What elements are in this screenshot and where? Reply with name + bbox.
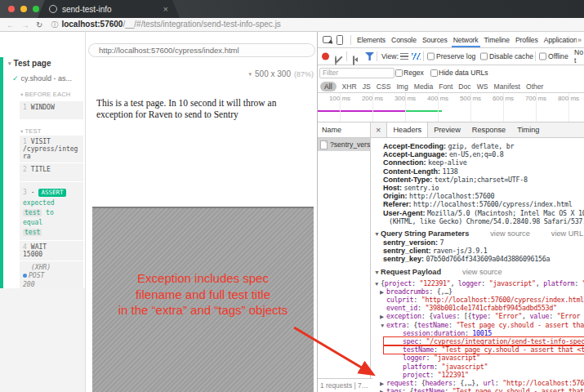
page-info-icon[interactable]: ⓘ: [51, 20, 58, 29]
overview-toggle-icon[interactable]: [412, 53, 421, 60]
record-icon[interactable]: [322, 53, 329, 60]
command-title[interactable]: 2TITLE: [20, 163, 83, 181]
inspect-element-icon[interactable]: [323, 36, 332, 43]
tree-caret-icon[interactable]: ▶: [380, 380, 386, 387]
payload-line: session:duration: 10015: [396, 329, 584, 337]
request-header-line: Content-Length: 1138: [374, 167, 584, 176]
payload-line[interactable]: ▼{project: "122391", logger: "javascript…: [374, 279, 584, 287]
close-window-button[interactable]: [8, 6, 15, 12]
query-string-section-header[interactable]: ▼Query String Parametersview sourceview …: [374, 229, 584, 238]
payload-line[interactable]: ▶breadcrumbs: {,…}: [380, 287, 584, 296]
reload-icon[interactable]: ↻: [36, 20, 42, 29]
type-filter-other[interactable]: Other: [526, 82, 544, 91]
chevron-down-icon[interactable]: ▾: [249, 71, 252, 77]
filter-input[interactable]: [319, 68, 395, 78]
type-filter-xhr[interactable]: XHR: [342, 82, 357, 91]
type-filter-font[interactable]: Font: [439, 82, 452, 91]
type-filter-img[interactable]: Img: [396, 82, 408, 91]
test-body-section[interactable]: ▾TEST: [20, 127, 85, 135]
command-arg: 15000: [23, 251, 82, 258]
view-url-encoded-link[interactable]: view URL encoded: [551, 229, 584, 238]
view-source-link[interactable]: view source: [462, 268, 502, 276]
command-number: 1: [23, 104, 27, 111]
assertion-text: expected test to equal test: [23, 198, 82, 238]
clear-icon[interactable]: [335, 56, 337, 65]
type-filter-media[interactable]: Media: [414, 82, 433, 91]
zoom-window-button[interactable]: [33, 6, 39, 12]
resource-type-filters: AllXHRJSCSSImgMediaFontDocWSManifestOthe…: [318, 80, 584, 93]
devtools-tab-sources[interactable]: Sources: [421, 32, 449, 47]
address-field[interactable]: ⓘlocalhost:57600/__/#/tests/integration/…: [51, 20, 280, 30]
details-tab-timing[interactable]: Timing: [511, 122, 545, 137]
filter-funnel-icon[interactable]: [365, 52, 374, 60]
request-payload-section-header[interactable]: ▼Request Payloadview source: [374, 268, 584, 277]
command-number: 2: [23, 166, 27, 173]
details-tab-response[interactable]: Response: [466, 122, 511, 137]
suite-test-page[interactable]: ▾Test page: [8, 59, 85, 68]
details-tab-headers[interactable]: Headers: [386, 122, 428, 137]
payload-line[interactable]: ▶exception: {values: [{type: "Error", va…: [380, 312, 584, 320]
view-source-link[interactable]: view source: [490, 229, 530, 238]
disable-cache-checkbox[interactable]: [480, 53, 488, 60]
request-header-line: Host: sentry.io: [374, 184, 584, 192]
type-filter-js[interactable]: JS: [363, 82, 371, 91]
screenshot-capture-icon[interactable]: [353, 56, 354, 65]
back-icon[interactable]: ←: [7, 20, 15, 29]
payload-line[interactable]: ▼extra: {testName: "Test page cy.should …: [380, 321, 584, 329]
details-tab-preview[interactable]: Preview: [428, 122, 466, 137]
command-window[interactable]: 1WINDOW: [20, 101, 83, 119]
type-filter-doc[interactable]: Doc: [458, 82, 470, 91]
tree-caret-icon[interactable]: ▶: [380, 313, 386, 320]
browser-tab[interactable]: send-test-info ×: [38, 0, 180, 18]
devtools-tab-profiles[interactable]: Profiles: [514, 32, 540, 47]
payload-line: logger: "javascript": [396, 354, 584, 362]
command-visit[interactable]: 1VISIT /cypress/integra: [20, 136, 83, 163]
expand-caret-icon[interactable]: ▼: [374, 229, 381, 238]
tree-caret-icon[interactable]: ▶: [380, 388, 386, 392]
forward-icon[interactable]: →: [21, 20, 29, 29]
payload-line: event_id: "398b001c4e1741cfabbf9945adbd5…: [380, 304, 584, 312]
more-tabs-chevron[interactable]: »: [577, 36, 582, 44]
collapse-caret-icon[interactable]: ▾: [20, 91, 23, 97]
payload-line[interactable]: ▶tags: {testName: "Test page cy.should -…: [380, 387, 584, 392]
request-row-selected[interactable]: ?sentry_vers…: [318, 138, 370, 151]
devtools-tab-elements[interactable]: Elements: [355, 32, 387, 47]
overview-tick-label: 100 ms: [324, 95, 355, 102]
devtools-tab-application[interactable]: Application: [542, 32, 577, 47]
type-filter-manifest[interactable]: Manifest: [494, 82, 520, 91]
command-wait[interactable]: 4WAIT 15000: [20, 241, 83, 261]
preserve-log-checkbox[interactable]: [427, 53, 435, 60]
viewport-selector[interactable]: ▾500 x 300(87%): [249, 69, 314, 78]
command-assert[interactable]: 3- ASSERT expected test to equal test: [20, 182, 83, 240]
tree-caret-icon[interactable]: ▼: [380, 322, 386, 329]
devtools-tab-network[interactable]: Network: [452, 32, 480, 47]
throttling-select[interactable]: No t: [574, 48, 584, 65]
collapse-caret-icon[interactable]: ▾: [8, 60, 11, 66]
tab-close-icon[interactable]: ×: [163, 4, 168, 14]
tree-caret-icon[interactable]: ▶: [380, 288, 386, 296]
collapse-caret-icon[interactable]: ▾: [20, 128, 23, 134]
document-icon: [320, 140, 328, 149]
hide-data-urls-checkbox[interactable]: [430, 69, 438, 77]
test-result-row[interactable]: ✓cy.should - as...: [12, 74, 85, 82]
list-view-icon[interactable]: [400, 53, 408, 60]
before-each-section[interactable]: ▾BEFORE EACH: [20, 91, 85, 98]
tree-caret-icon[interactable]: ▼: [374, 280, 381, 287]
regex-checkbox[interactable]: [395, 69, 403, 77]
minimize-window-button[interactable]: [20, 6, 27, 12]
type-filter-all[interactable]: All: [320, 82, 337, 91]
expand-caret-icon[interactable]: ▼: [374, 268, 381, 277]
payload-line[interactable]: ▶request: {headers: {,…}, url: "http://l…: [380, 379, 584, 387]
device-toolbar-icon[interactable]: [337, 35, 343, 45]
offline-checkbox[interactable]: [539, 53, 546, 60]
request-header-line: Referer: http://localhost:57600/cypress/…: [374, 200, 584, 208]
devtools-tab-timeline[interactable]: Timeline: [483, 32, 511, 47]
name-column-header[interactable]: Name: [318, 122, 370, 138]
close-icon[interactable]: ×: [376, 125, 381, 135]
hide-data-urls-label: Hide data URLs: [439, 69, 488, 77]
overview-tick-label: 500 ms: [455, 95, 486, 102]
type-filter-ws[interactable]: WS: [477, 82, 488, 91]
devtools-tab-console[interactable]: Console: [390, 32, 418, 47]
type-filter-css[interactable]: CSS: [377, 82, 391, 91]
before-each-label: BEFORE EACH: [25, 91, 70, 98]
